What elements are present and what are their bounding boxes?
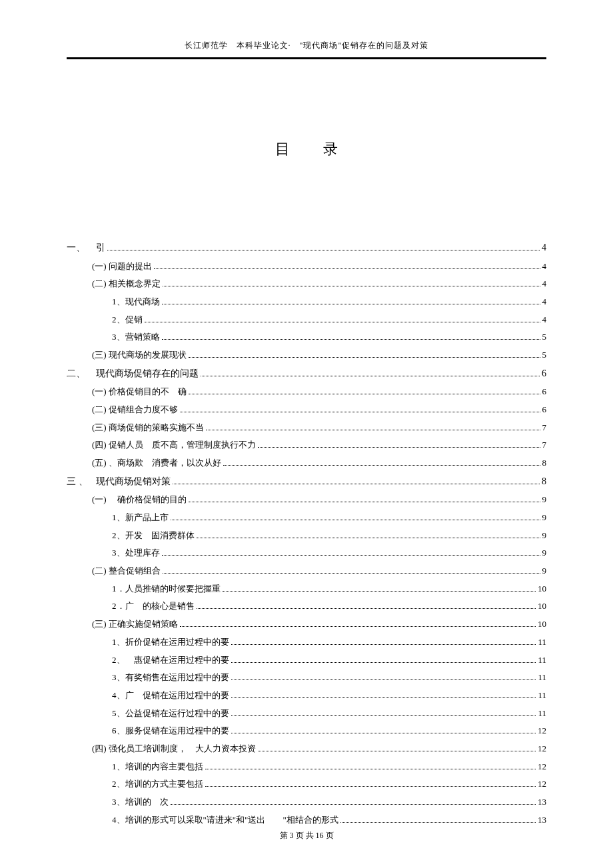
toc-entry-page: 4: [542, 276, 547, 292]
toc-leader-dots: [231, 638, 536, 645]
toc-leader-dots: [197, 532, 540, 538]
toc-entry: 2、培训的方式主要包括12: [112, 776, 546, 793]
toc-entry: 1、培训的内容主要包括12: [112, 759, 546, 775]
toc-entry-page: 13: [538, 794, 546, 811]
toc-entry-page: 11: [538, 634, 546, 651]
toc-entry-label: 1、现代商场: [112, 294, 160, 310]
toc-entry-marker: 二、: [67, 365, 96, 383]
toc-entry: (五) 、商场欺 消费者，以次从好8: [92, 455, 546, 472]
header-text: 长江师范学 本科毕业论文· "现代商场"促销存在的问题及对策: [185, 41, 429, 50]
toc-entry-text: 引: [96, 242, 105, 252]
toc-leader-dots: [163, 280, 540, 287]
toc-entry-label: (四) 促销人员 质不高，管理制度执行不力: [92, 437, 256, 454]
toc-entry: (四) 促销人员 质不高，管理制度执行不力7: [92, 437, 546, 454]
toc-entry-label: (四) 强化员工培训制度， 大人力资本投资: [92, 741, 256, 757]
toc-entry: 二、现代商场促销存在的问题6: [67, 365, 546, 383]
toc-entry-label: (三) 商场促销的策略实施不当: [92, 420, 204, 436]
header-rule: [67, 57, 546, 59]
toc-entry-page: 6: [542, 384, 547, 400]
toc-entry: 1、折价促销在运用过程中的要11: [112, 634, 546, 651]
toc-leader-dots: [162, 298, 540, 304]
toc-entry-label: 1、折价促销在运用过程中的要: [112, 634, 229, 651]
toc-entry: 1、新产品上市9: [112, 510, 546, 526]
toc-entry-page: 12: [538, 776, 546, 793]
toc-entry-page: 8: [542, 455, 547, 472]
toc-leader-dots: [189, 496, 540, 503]
toc-leader-dots: [205, 763, 536, 769]
toc-entry-label: (二) 整合促销组合: [92, 563, 161, 580]
toc-entry-page: 5: [542, 329, 547, 346]
toc-entry: (二) 整合促销组合9: [92, 563, 546, 580]
toc-entry-label: 5、公益促销在运行过程中的要: [112, 705, 229, 722]
toc-leader-dots: [206, 424, 540, 430]
toc-entry: (三) 现代商场的发展现状5: [92, 347, 546, 364]
toc-entry: 6、服务促销在运用过程中的要12: [112, 723, 546, 739]
toc-entry-page: 12: [538, 759, 546, 775]
toc-entry: 3、有奖销售在运用过程中的要11: [112, 669, 546, 686]
toc-entry: (二) 相关概念界定4: [92, 276, 546, 292]
toc-entry: (四) 强化员工培训制度， 大人力资本投资12: [92, 741, 546, 757]
toc-entry-page: 4: [542, 294, 547, 310]
toc-entry-label: (一) 问题的提出: [92, 258, 152, 275]
footer-suffix: 页: [324, 831, 334, 840]
toc-entry-marker: 一、: [67, 239, 96, 257]
toc-leader-dots: [258, 745, 536, 751]
toc-leader-dots: [162, 550, 540, 556]
toc-leader-dots: [231, 727, 536, 734]
toc-leader-dots: [162, 334, 540, 340]
toc-entry-page: 4: [542, 258, 547, 275]
toc-entry-page: 11: [538, 669, 546, 686]
toc-entry-label: 3、处理库存: [112, 545, 160, 562]
footer-prefix: 第: [280, 831, 290, 840]
toc-entry-label: 二、现代商场促销存在的问题: [67, 365, 199, 383]
toc-entry-label: (一) 价格促销目的不 确: [92, 384, 187, 400]
toc-entry-page: 10: [538, 616, 546, 633]
toc-entry-page: 10: [538, 581, 546, 598]
footer-mid: 页 共: [294, 831, 316, 840]
toc-entry-label: 1．人员推销的时候要把握重: [112, 581, 221, 598]
toc-leader-dots: [189, 351, 540, 358]
toc-entry-page: 7: [542, 437, 547, 454]
toc-entry-page: 4: [542, 312, 547, 328]
toc-leader-dots: [145, 316, 540, 322]
toc-entry-label: (一) 确价格促销的目的: [92, 492, 187, 508]
toc-entry-page: 10: [538, 598, 546, 615]
toc-entry-page: 13: [538, 812, 546, 829]
toc-entry: 一、引4: [67, 239, 546, 257]
toc-entry-page: 9: [542, 545, 547, 562]
toc-entry-page: 5: [542, 347, 547, 364]
toc-entry: 3、营销策略5: [112, 329, 546, 346]
toc-entry-page: 6: [542, 402, 547, 418]
toc-leader-dots: [231, 691, 536, 698]
toc-entry-label: (三) 正确实施促销策略: [92, 616, 178, 633]
page-footer: 第 3 页 共 16 页: [0, 830, 613, 841]
toc-leader-dots: [171, 798, 536, 805]
toc-entry-label: 2、培训的方式主要包括: [112, 776, 203, 793]
toc-entry-label: 2、 惠促销在运用过程中的要: [112, 652, 229, 669]
toc-entry-label: 2．广 的核心是销售: [112, 598, 195, 615]
toc-entry-label: (三) 现代商场的发展现状: [92, 347, 187, 364]
toc-entry: (一) 价格促销目的不 确6: [92, 384, 546, 400]
toc-entry-page: 4: [542, 239, 546, 257]
toc-entry: 4、培训的形式可以采取"请进来"和"送出 "相结合的形式13: [112, 812, 546, 829]
footer-total-pages: 16: [316, 831, 324, 840]
toc-leader-dots: [201, 369, 540, 376]
toc-entry: (一) 确价格促销的目的9: [92, 492, 546, 508]
toc-leader-dots: [340, 816, 536, 823]
toc-entry-page: 9: [542, 563, 547, 580]
toc-leader-dots: [258, 442, 540, 448]
toc-entry: 4、广 促销在运用过程中的要11: [112, 687, 546, 704]
toc-entry: (三) 商场促销的策略实施不当7: [92, 420, 546, 436]
toc-leader-dots: [171, 514, 540, 520]
toc-entry-text: 现代商场促销存在的问题: [96, 368, 199, 378]
toc-entry-label: 4、培训的形式可以采取"请进来"和"送出 "相结合的形式: [112, 812, 338, 829]
toc-entry-label: (二) 促销组合力度不够: [92, 402, 178, 418]
toc-leader-dots: [180, 620, 536, 627]
toc-leader-dots: [223, 585, 536, 592]
toc-leader-dots: [180, 406, 540, 412]
toc-entry-label: 1、培训的内容主要包括: [112, 759, 203, 775]
toc-entry-label: 3、营销策略: [112, 329, 160, 346]
toc-entry: 5、公益促销在运行过程中的要11: [112, 705, 546, 722]
toc-entry-text: 现代商场促销对策: [96, 476, 171, 486]
toc-entry-label: 2、开发 固消费群体: [112, 528, 195, 544]
